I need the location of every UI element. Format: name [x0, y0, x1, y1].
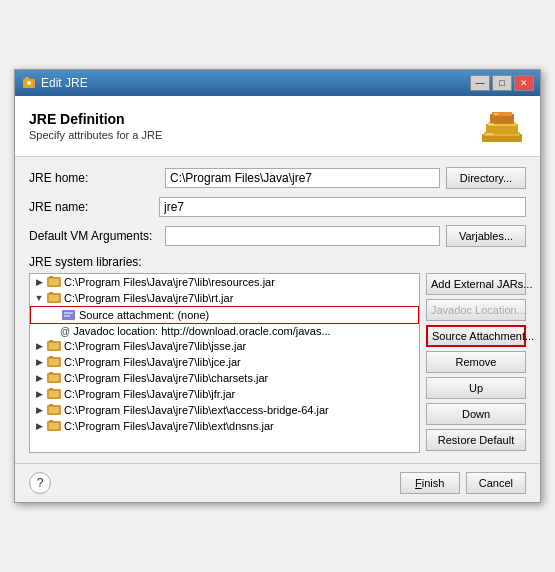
tree-arrow-jsse: ▶ [32, 341, 46, 351]
tree-label-access-bridge: C:\Program Files\Java\jre7\lib\ext\acces… [64, 404, 329, 416]
svg-rect-22 [49, 343, 59, 349]
jar-icon-charsets [46, 371, 62, 385]
svg-rect-25 [49, 359, 59, 365]
svg-rect-13 [49, 279, 59, 285]
svg-rect-31 [49, 391, 59, 397]
dialog-title: JRE Definition [29, 111, 162, 127]
svg-rect-19 [64, 312, 73, 314]
titlebar-left: Edit JRE [21, 75, 88, 91]
source-attachment-item[interactable]: Source attachment: (none) [30, 306, 419, 324]
jre-name-input[interactable] [159, 197, 526, 217]
cancel-button[interactable]: Cancel [466, 472, 526, 494]
jar-icon-resources [46, 275, 62, 289]
titlebar-buttons: — □ ✕ [470, 75, 534, 91]
svg-point-2 [27, 81, 31, 85]
down-button[interactable]: Down [426, 403, 526, 425]
jar-icon-jsse [46, 339, 62, 353]
help-button[interactable]: ? [29, 472, 51, 494]
jre-home-label: JRE home: [29, 171, 159, 185]
directory-button[interactable]: Directory... [446, 167, 526, 189]
tree-arrow-resources: ▶ [32, 277, 46, 287]
source-attachment-label: Source attachment: (none) [79, 309, 209, 321]
maximize-button[interactable]: □ [492, 75, 512, 91]
svg-rect-32 [49, 388, 53, 390]
svg-rect-11 [486, 133, 494, 135]
titlebar: Edit JRE — □ ✕ [15, 70, 540, 96]
svg-rect-28 [49, 375, 59, 381]
svg-rect-37 [49, 423, 59, 429]
jre-name-row: JRE name: [29, 197, 526, 217]
tree-label-charsets: C:\Program Files\Java\jre7\lib\charsets.… [64, 372, 268, 384]
dialog-subtitle: Specify attributes for a JRE [29, 129, 162, 141]
finish-button[interactable]: Finish [400, 472, 460, 494]
tree-arrow-jfr: ▶ [32, 389, 46, 399]
svg-rect-14 [49, 276, 53, 278]
svg-rect-38 [49, 420, 53, 422]
svg-rect-1 [25, 77, 29, 80]
vm-args-row: Default VM Arguments: Varjables... [29, 225, 526, 247]
bottom-right-buttons: Finish Cancel [400, 472, 526, 494]
jar-icon-jce [46, 355, 62, 369]
jre-home-input[interactable] [165, 168, 440, 188]
svg-rect-10 [488, 123, 494, 125]
javadoc-location-button[interactable]: Javadoc Location... [426, 299, 526, 321]
tree-arrow-dnsns: ▶ [32, 421, 46, 431]
source-icon [61, 308, 77, 322]
tree-item-jsse[interactable]: ▶ C:\Program Files\Java\jre7\lib\jsse.ja… [30, 338, 419, 354]
tree-label-dnsns: C:\Program Files\Java\jre7\lib\ext\dnsns… [64, 420, 274, 432]
jar-icon-access-bridge [46, 403, 62, 417]
svg-rect-35 [49, 404, 53, 406]
tree-arrow-access-bridge: ▶ [32, 405, 46, 415]
svg-rect-26 [49, 356, 53, 358]
svg-rect-29 [49, 372, 53, 374]
header-panel: JRE Definition Specify attributes for a … [15, 96, 540, 157]
svg-rect-34 [49, 407, 59, 413]
tree-panel-container: ▶ C:\Program Files\Java\jre7\lib\resourc… [29, 273, 526, 453]
tree-label-jfr: C:\Program Files\Java\jre7\lib\jfr.jar [64, 388, 235, 400]
variables-button[interactable]: Varjables... [446, 225, 526, 247]
jre-icon [478, 106, 526, 146]
svg-rect-16 [49, 295, 59, 301]
tree-item-access-bridge[interactable]: ▶ C:\Program Files\Java\jre7\lib\ext\acc… [30, 402, 419, 418]
window-title: Edit JRE [41, 76, 88, 90]
jar-icon-dnsns [46, 419, 62, 433]
tree-panel[interactable]: ▶ C:\Program Files\Java\jre7\lib\resourc… [29, 273, 420, 453]
tree-item-jfr[interactable]: ▶ C:\Program Files\Java\jre7\lib\jfr.jar [30, 386, 419, 402]
tree-item-jce[interactable]: ▶ C:\Program Files\Java\jre7\lib\jce.jar [30, 354, 419, 370]
javadoc-location-item[interactable]: @ Javadoc location: http://download.orac… [30, 324, 419, 338]
vm-args-input[interactable] [165, 226, 440, 246]
tree-label-jce: C:\Program Files\Java\jre7\lib\jce.jar [64, 356, 241, 368]
edit-jre-window: Edit JRE — □ ✕ JRE Definition Specify at… [14, 69, 541, 503]
at-icon: @ [60, 326, 70, 337]
side-buttons: Add External JARs... Javadoc Location...… [426, 273, 526, 453]
libraries-label: JRE system libraries: [29, 255, 526, 269]
content-area: JRE home: Directory... JRE name: Default… [15, 157, 540, 463]
jar-icon-rt [46, 291, 62, 305]
jre-home-row: JRE home: Directory... [29, 167, 526, 189]
vm-args-label: Default VM Arguments: [29, 229, 159, 243]
svg-rect-20 [64, 315, 70, 317]
finish-label-rest: inish [422, 477, 445, 489]
jar-icon-jfr [46, 387, 62, 401]
javadoc-label: Javadoc location: http://download.oracle… [73, 325, 330, 337]
source-attachment-button[interactable]: Source Attachment... [426, 325, 526, 347]
tree-item-resources[interactable]: ▶ C:\Program Files\Java\jre7\lib\resourc… [30, 274, 419, 290]
tree-item-rt[interactable]: ▼ C:\Program Files\Java\jre7\lib\rt.jar [30, 290, 419, 306]
add-external-jars-button[interactable]: Add External JARs... [426, 273, 526, 295]
window-icon [21, 75, 37, 91]
restore-default-button[interactable]: Restore Default [426, 429, 526, 451]
up-button[interactable]: Up [426, 377, 526, 399]
tree-item-dnsns[interactable]: ▶ C:\Program Files\Java\jre7\lib\ext\dns… [30, 418, 419, 434]
close-button[interactable]: ✕ [514, 75, 534, 91]
tree-arrow-charsets: ▶ [32, 373, 46, 383]
bottom-bar: ? Finish Cancel [15, 463, 540, 502]
tree-label-jsse: C:\Program Files\Java\jre7\lib\jsse.jar [64, 340, 246, 352]
svg-rect-17 [49, 292, 53, 294]
jre-name-label: JRE name: [29, 200, 159, 214]
tree-label-resources: C:\Program Files\Java\jre7\lib\resources… [64, 276, 275, 288]
minimize-button[interactable]: — [470, 75, 490, 91]
svg-rect-23 [49, 340, 53, 342]
remove-button[interactable]: Remove [426, 351, 526, 373]
header-text: JRE Definition Specify attributes for a … [29, 111, 162, 141]
tree-item-charsets[interactable]: ▶ C:\Program Files\Java\jre7\lib\charset… [30, 370, 419, 386]
